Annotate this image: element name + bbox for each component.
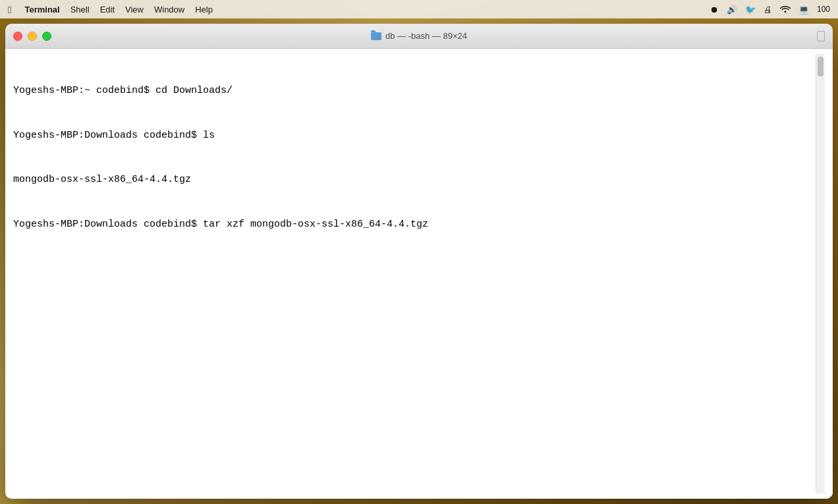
menu-shell[interactable]: Shell: [70, 5, 90, 14]
battery-level: 100: [817, 5, 830, 14]
folder-icon: [371, 32, 381, 40]
sound-icon[interactable]: 🔊: [727, 5, 737, 14]
record-icon: ⏺: [710, 5, 719, 14]
traffic-lights: [13, 32, 51, 41]
close-button[interactable]: [13, 32, 22, 41]
print-icon[interactable]: 🖨: [764, 5, 772, 14]
window-title-text: db — -bash — 89×24: [385, 31, 467, 41]
desktop:  Terminal Shell Edit View Window Help ⏺…: [0, 0, 838, 504]
apple-logo-icon[interactable]: : [8, 4, 11, 15]
menu-view[interactable]: View: [125, 5, 144, 14]
menu-help[interactable]: Help: [195, 5, 213, 14]
menu-bar-left:  Terminal Shell Edit View Window Help: [8, 4, 213, 15]
menu-bar:  Terminal Shell Edit View Window Help ⏺…: [0, 0, 838, 18]
maximize-button[interactable]: [42, 32, 51, 41]
menu-edit[interactable]: Edit: [100, 5, 115, 14]
terminal-line-3: mongodb-osx-ssl-x86_64-4.4.tgz: [13, 173, 816, 188]
scrollbar-thumb[interactable]: [818, 57, 824, 76]
title-bar: db — -bash — 89×24: [5, 24, 833, 49]
twitter-icon[interactable]: 🐦: [745, 5, 756, 14]
terminal-output[interactable]: Yogeshs-MBP:~ codebind$ cd Downloads/ Yo…: [13, 54, 816, 493]
wifi-icon[interactable]: [780, 5, 791, 14]
terminal-line-2: Yogeshs-MBP:Downloads codebind$ ls: [13, 128, 816, 144]
terminal-window: db — -bash — 89×24 Yogeshs-MBP:~ codebin…: [5, 24, 833, 499]
scroll-indicator: [817, 31, 825, 42]
monitor-icon[interactable]: 💻: [798, 5, 809, 14]
terminal-line-4: Yogeshs-MBP:Downloads codebind$ tar xzf …: [13, 217, 816, 233]
terminal-line-1: Yogeshs-MBP:~ codebind$ cd Downloads/: [13, 84, 816, 99]
minimize-button[interactable]: [28, 32, 37, 41]
window-title-area: db — -bash — 89×24: [371, 31, 467, 41]
scrollbar[interactable]: [816, 54, 825, 493]
menu-window[interactable]: Window: [154, 5, 184, 14]
menu-terminal[interactable]: Terminal: [24, 5, 59, 14]
menu-bar-right: ⏺ 🔊 🐦 🖨 💻 100: [710, 5, 830, 14]
terminal-content[interactable]: Yogeshs-MBP:~ codebind$ cd Downloads/ Yo…: [5, 49, 833, 499]
